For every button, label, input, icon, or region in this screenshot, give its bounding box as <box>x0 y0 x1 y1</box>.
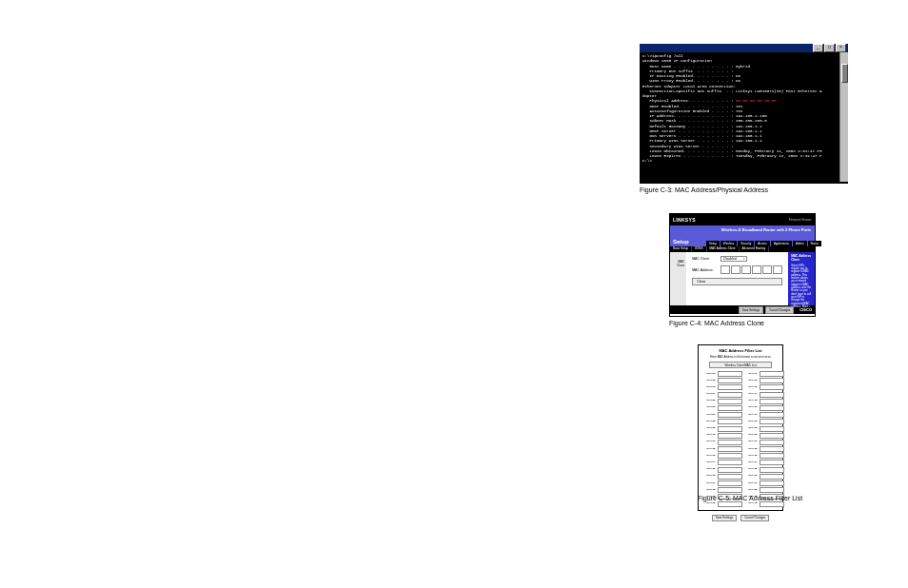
figure-caption-2: Figure C-4: MAC Address Clone <box>669 320 764 326</box>
mac-row-label: MAC 28: <box>702 487 716 493</box>
mac-input[interactable] <box>760 419 784 424</box>
mac-input[interactable] <box>760 378 784 383</box>
mac-input[interactable] <box>718 405 742 411</box>
product-title: Wireless-G Broadband Router with 2 Phone… <box>721 227 811 232</box>
cmd-window: _ □ × C:\>ipconfig /allWindows 2000 IP C… <box>640 44 848 182</box>
mac-input[interactable] <box>718 419 742 424</box>
maximize-button[interactable]: □ <box>824 44 835 52</box>
mac-input[interactable] <box>760 433 784 439</box>
mac-input[interactable] <box>718 474 742 480</box>
mac-octet-input[interactable] <box>731 265 740 274</box>
minimize-button[interactable]: _ <box>813 44 823 52</box>
mac-input[interactable] <box>718 371 742 377</box>
mac-input[interactable] <box>718 433 742 439</box>
mac-row-label: MAC 26: <box>702 474 716 480</box>
mac-row-label: MAC 04: <box>702 392 716 398</box>
close-button[interactable]: × <box>836 44 846 52</box>
mac-input[interactable] <box>718 384 742 390</box>
clone-button[interactable]: Clone <box>692 278 782 285</box>
cancel-changes-button[interactable]: Cancel Changes <box>765 306 794 314</box>
main-tab[interactable]: Wireless <box>720 241 738 246</box>
mac-input[interactable] <box>760 392 784 398</box>
save-settings-button[interactable]: Save Settings <box>739 306 764 314</box>
wireless-client-list-button[interactable]: Wireless Client MAC List <box>709 362 772 368</box>
mac-input[interactable] <box>718 392 742 398</box>
mac-input[interactable] <box>760 446 784 452</box>
mac-octet-input[interactable] <box>741 265 751 274</box>
mac-address-fields <box>720 265 782 274</box>
mac-row-label: MAC 34: <box>744 460 758 465</box>
mac-octet-input[interactable] <box>773 265 782 274</box>
cancel-changes-button[interactable]: Cancel Changes <box>740 515 769 521</box>
mac-input[interactable] <box>760 440 784 445</box>
section-title: Setup <box>673 239 689 245</box>
main-tab[interactable]: Status <box>808 241 822 246</box>
scrollbar[interactable] <box>839 52 848 182</box>
mac-input[interactable] <box>760 467 784 473</box>
mac-row-label: MAC 31: <box>744 440 758 445</box>
mac-input[interactable] <box>760 474 784 480</box>
main-tab[interactable]: Admin <box>793 241 807 246</box>
mac-row-label: MAC 32: <box>744 446 758 452</box>
mac-input[interactable] <box>760 453 784 459</box>
mac-input[interactable] <box>718 480 742 486</box>
mac-input[interactable] <box>718 440 742 445</box>
mac-row-label: MAC 15: <box>744 399 758 404</box>
mac-input[interactable] <box>718 412 742 418</box>
mac-input[interactable] <box>760 384 784 390</box>
mac-input[interactable] <box>760 460 784 465</box>
mac-input[interactable] <box>760 371 784 377</box>
mac-row-label: MAC 33: <box>744 453 758 459</box>
mac-row-label: MAC 16: <box>744 405 758 411</box>
mac-row-label: MAC 03: <box>702 384 716 390</box>
mac-input[interactable] <box>760 426 784 432</box>
mac-input[interactable] <box>718 426 742 432</box>
mac-grid: MAC 01:MAC 11:MAC 02:MAC 12:MAC 03:MAC 1… <box>702 371 779 507</box>
mac-row-label: MAC 18: <box>744 419 758 424</box>
mac-row-label: MAC 25: <box>702 467 716 473</box>
firmware-label: Firmware Version: <box>789 218 812 222</box>
router-footer: Save Settings Cancel Changes CISCO <box>670 305 815 314</box>
router-body: MAC Clone MAC Clone: Disabled MAC Addres… <box>670 252 815 305</box>
mac-octet-input[interactable] <box>752 265 761 274</box>
mac-row-label: MAC 01: <box>702 371 716 377</box>
mac-input[interactable] <box>718 460 742 465</box>
mac-input[interactable] <box>760 399 784 404</box>
mac-input[interactable] <box>760 501 784 507</box>
mac-octet-input[interactable] <box>762 265 772 274</box>
mac-input[interactable] <box>718 467 742 473</box>
mac-input[interactable] <box>760 487 784 493</box>
router-header: LINKSYS Firmware Version: <box>670 214 815 225</box>
mac-input[interactable] <box>718 399 742 404</box>
mac-row-label: MAC 14: <box>744 392 758 398</box>
mac-row-label: MAC 07: <box>702 412 716 418</box>
mac-clone-select[interactable]: Disabled <box>720 256 747 262</box>
main-tab[interactable]: Access <box>755 241 770 246</box>
main-tab[interactable]: Applications <box>771 241 792 246</box>
mac-row-label: MAC 24: <box>702 460 716 465</box>
mac-row-label: MAC 22: <box>702 446 716 452</box>
mac-input[interactable] <box>718 378 742 383</box>
mac-input[interactable] <box>760 412 784 418</box>
save-settings-button[interactable]: Save Settings <box>712 515 738 521</box>
mac-input[interactable] <box>760 405 784 411</box>
mac-row-label: MAC 23: <box>702 453 716 459</box>
mac-octet-input[interactable] <box>720 265 730 274</box>
router-side: MAC Clone <box>670 252 686 305</box>
mac-filter-title: MAC Address Filter List <box>702 348 779 353</box>
mac-input[interactable] <box>718 487 742 493</box>
mac-row-label: MAC 35: <box>744 467 758 473</box>
mac-input[interactable] <box>760 480 784 486</box>
mac-row-label: MAC 37: <box>744 480 758 486</box>
mac-input[interactable] <box>718 501 742 507</box>
linksys-logo: LINKSYS <box>673 217 696 223</box>
mac-input[interactable] <box>718 453 742 459</box>
mac-clone-label: MAC Clone: <box>692 257 720 261</box>
main-tab[interactable]: Setup <box>706 241 720 246</box>
cmd-titlebar: _ □ × <box>640 44 848 52</box>
scroll-thumb[interactable] <box>841 64 848 83</box>
mac-input[interactable] <box>718 446 742 452</box>
mac-row-label: MAC 20: <box>744 433 758 439</box>
mac-row-label: MAC 10: <box>702 433 716 439</box>
main-tab[interactable]: Security <box>738 241 754 246</box>
